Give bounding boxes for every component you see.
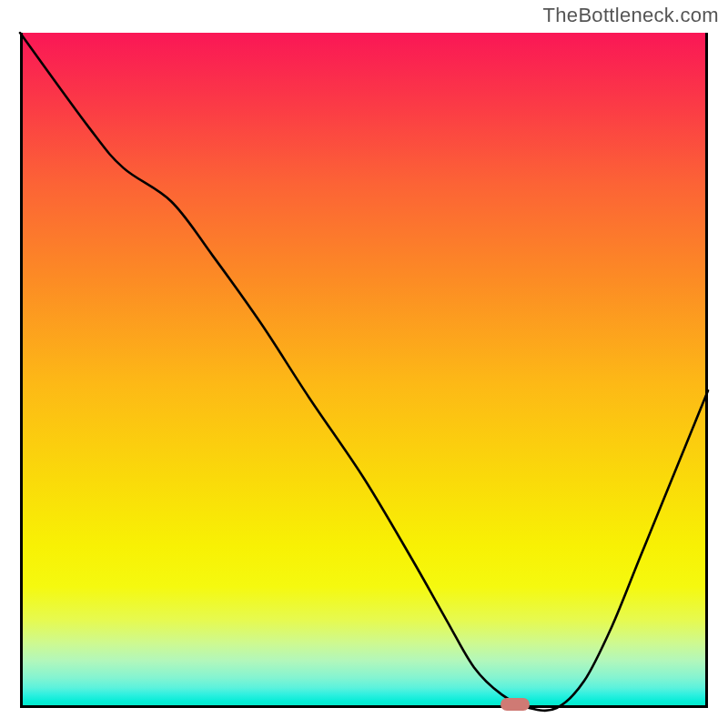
curve-svg <box>20 33 708 708</box>
chart-frame: TheBottleneck.com <box>0 0 728 728</box>
optimal-point-marker <box>500 698 530 711</box>
watermark-text: TheBottleneck.com <box>543 4 719 27</box>
bottleneck-curve <box>20 33 708 711</box>
plot-area <box>20 33 708 708</box>
